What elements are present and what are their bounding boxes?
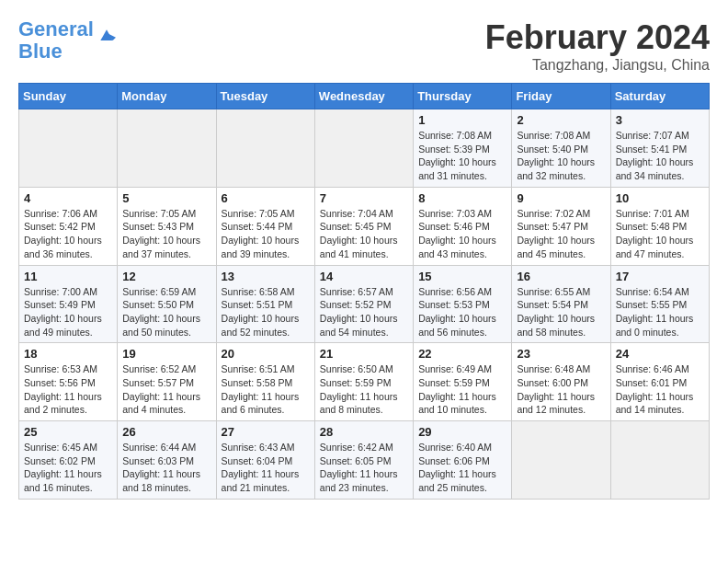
title-block: February 2024 Tangzhang, Jiangsu, China [485,18,710,74]
calendar-cell: 29Sunrise: 6:40 AMSunset: 6:06 PMDayligh… [414,421,512,500]
calendar-table: SundayMondayTuesdayWednesdayThursdayFrid… [18,83,710,500]
day-info: Sunrise: 7:08 AMSunset: 5:39 PMDaylight:… [418,129,506,183]
calendar-cell: 17Sunrise: 6:54 AMSunset: 5:55 PMDayligh… [610,265,709,343]
day-number: 25 [24,425,112,439]
day-number: 26 [122,425,210,439]
calendar-cell: 1Sunrise: 7:08 AMSunset: 5:39 PMDaylight… [414,109,512,188]
calendar-cell [610,421,709,500]
calendar-cell: 12Sunrise: 6:59 AMSunset: 5:50 PMDayligh… [118,265,216,343]
calendar-cell: 3Sunrise: 7:07 AMSunset: 5:41 PMDaylight… [610,109,709,188]
calendar-cell: 2Sunrise: 7:08 AMSunset: 5:40 PMDaylight… [512,109,610,188]
calendar-cell: 8Sunrise: 7:03 AMSunset: 5:46 PMDaylight… [414,187,512,265]
calendar-cell: 6Sunrise: 7:05 AMSunset: 5:44 PMDaylight… [216,187,314,265]
calendar-cell: 28Sunrise: 6:42 AMSunset: 6:05 PMDayligh… [314,421,413,500]
day-info: Sunrise: 6:46 AMSunset: 6:01 PMDaylight:… [616,362,704,417]
day-number: 29 [418,425,506,439]
day-info: Sunrise: 6:54 AMSunset: 5:55 PMDaylight:… [616,285,704,339]
weekday-header-saturday: Saturday [610,84,709,109]
day-info: Sunrise: 6:44 AMSunset: 6:03 PMDaylight:… [122,441,210,495]
calendar-cell: 4Sunrise: 7:06 AMSunset: 5:42 PMDaylight… [19,187,118,265]
calendar-body: 1Sunrise: 7:08 AMSunset: 5:39 PMDaylight… [19,109,710,500]
day-number: 16 [517,270,605,283]
day-info: Sunrise: 6:40 AMSunset: 6:06 PMDaylight:… [418,441,506,495]
day-number: 7 [320,191,408,205]
calendar-cell: 22Sunrise: 6:49 AMSunset: 5:59 PMDayligh… [414,343,512,421]
weekday-header-row: SundayMondayTuesdayWednesdayThursdayFrid… [19,84,710,109]
calendar-cell: 16Sunrise: 6:55 AMSunset: 5:54 PMDayligh… [512,265,610,343]
weekday-header-tuesday: Tuesday [216,84,314,109]
calendar-cell [216,109,314,188]
day-info: Sunrise: 6:56 AMSunset: 5:53 PMDaylight:… [418,285,506,339]
day-number: 17 [616,270,704,283]
day-number: 5 [122,191,210,205]
day-info: Sunrise: 6:57 AMSunset: 5:52 PMDaylight:… [320,285,408,339]
day-number: 12 [122,270,210,283]
day-info: Sunrise: 6:43 AMSunset: 6:04 PMDaylight:… [222,441,310,495]
calendar-cell: 9Sunrise: 7:02 AMSunset: 5:47 PMDaylight… [512,187,610,265]
day-info: Sunrise: 7:07 AMSunset: 5:41 PMDaylight:… [616,129,704,183]
day-info: Sunrise: 6:49 AMSunset: 5:59 PMDaylight:… [418,362,506,417]
day-number: 22 [418,347,506,361]
weekday-header-sunday: Sunday [19,84,118,109]
day-number: 21 [320,347,408,361]
calendar-week-row: 25Sunrise: 6:45 AMSunset: 6:02 PMDayligh… [19,421,710,500]
day-number: 11 [24,270,112,283]
calendar-cell: 15Sunrise: 6:56 AMSunset: 5:53 PMDayligh… [414,265,512,343]
day-info: Sunrise: 6:50 AMSunset: 5:59 PMDaylight:… [320,362,408,417]
calendar-cell: 23Sunrise: 6:48 AMSunset: 6:00 PMDayligh… [512,343,610,421]
calendar-cell: 26Sunrise: 6:44 AMSunset: 6:03 PMDayligh… [118,421,216,500]
day-info: Sunrise: 7:00 AMSunset: 5:49 PMDaylight:… [24,285,112,339]
calendar-cell [314,109,413,188]
weekday-header-monday: Monday [118,84,216,109]
day-number: 20 [222,347,310,361]
day-number: 8 [418,191,506,205]
calendar-cell [512,421,610,500]
day-number: 14 [320,270,408,283]
calendar-cell: 11Sunrise: 7:00 AMSunset: 5:49 PMDayligh… [19,265,118,343]
day-number: 6 [222,191,310,205]
day-info: Sunrise: 7:03 AMSunset: 5:46 PMDaylight:… [418,207,506,261]
day-info: Sunrise: 6:51 AMSunset: 5:58 PMDaylight:… [222,362,310,417]
logo-text: General Blue [18,18,94,63]
calendar-cell: 19Sunrise: 6:52 AMSunset: 5:57 PMDayligh… [118,343,216,421]
calendar-cell: 24Sunrise: 6:46 AMSunset: 6:01 PMDayligh… [610,343,709,421]
day-number: 4 [24,191,112,205]
calendar-header: SundayMondayTuesdayWednesdayThursdayFrid… [19,84,710,109]
calendar-week-row: 11Sunrise: 7:00 AMSunset: 5:49 PMDayligh… [19,265,710,343]
calendar-cell: 10Sunrise: 7:01 AMSunset: 5:48 PMDayligh… [610,187,709,265]
calendar-cell: 5Sunrise: 7:05 AMSunset: 5:43 PMDaylight… [118,187,216,265]
calendar-cell [118,109,216,188]
day-number: 9 [517,191,605,205]
weekday-header-friday: Friday [512,84,610,109]
day-info: Sunrise: 7:05 AMSunset: 5:43 PMDaylight:… [122,207,210,261]
calendar-week-row: 1Sunrise: 7:08 AMSunset: 5:39 PMDaylight… [19,109,710,188]
calendar-cell: 7Sunrise: 7:04 AMSunset: 5:45 PMDaylight… [314,187,413,265]
day-info: Sunrise: 7:05 AMSunset: 5:44 PMDaylight:… [222,207,310,261]
logo: General Blue [18,18,116,63]
day-number: 13 [222,270,310,283]
day-number: 10 [616,191,704,205]
day-number: 15 [418,270,506,283]
calendar-cell: 13Sunrise: 6:58 AMSunset: 5:51 PMDayligh… [216,265,314,343]
day-info: Sunrise: 6:58 AMSunset: 5:51 PMDaylight:… [222,285,310,339]
calendar-week-row: 4Sunrise: 7:06 AMSunset: 5:42 PMDaylight… [19,187,710,265]
calendar-cell: 21Sunrise: 6:50 AMSunset: 5:59 PMDayligh… [314,343,413,421]
day-number: 1 [418,113,506,127]
day-info: Sunrise: 7:01 AMSunset: 5:48 PMDaylight:… [616,207,704,261]
subtitle: Tangzhang, Jiangsu, China [485,57,710,74]
day-number: 24 [616,347,704,361]
day-info: Sunrise: 6:55 AMSunset: 5:54 PMDaylight:… [517,285,605,339]
day-info: Sunrise: 6:53 AMSunset: 5:56 PMDaylight:… [24,362,112,417]
calendar-cell: 20Sunrise: 6:51 AMSunset: 5:58 PMDayligh… [216,343,314,421]
day-info: Sunrise: 6:59 AMSunset: 5:50 PMDaylight:… [122,285,210,339]
calendar-cell [19,109,118,188]
day-info: Sunrise: 7:02 AMSunset: 5:47 PMDaylight:… [517,207,605,261]
day-info: Sunrise: 6:48 AMSunset: 6:00 PMDaylight:… [517,362,605,417]
day-info: Sunrise: 7:06 AMSunset: 5:42 PMDaylight:… [24,207,112,261]
weekday-header-wednesday: Wednesday [314,84,413,109]
weekday-header-thursday: Thursday [414,84,512,109]
logo-icon [97,27,116,45]
day-number: 2 [517,113,605,127]
calendar-cell: 14Sunrise: 6:57 AMSunset: 5:52 PMDayligh… [314,265,413,343]
day-number: 23 [517,347,605,361]
